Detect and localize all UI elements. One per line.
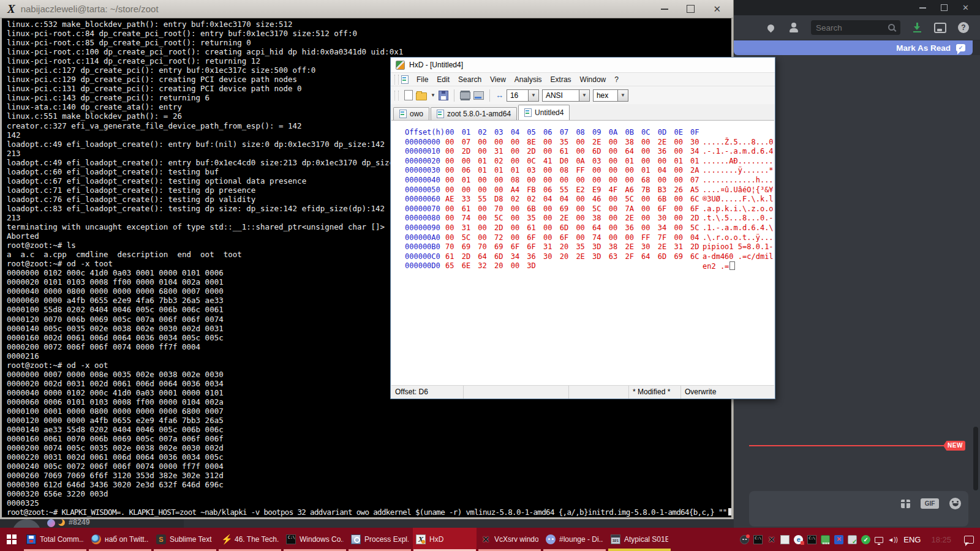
disconnected-tray-icon[interactable]: [834, 535, 843, 544]
save-icon[interactable]: [439, 91, 448, 100]
message-input[interactable]: GIF: [749, 491, 968, 527]
open-dropdown-icon[interactable]: ▼: [431, 92, 435, 98]
document-icon[interactable]: [401, 75, 409, 84]
emoji-picker-icon[interactable]: [949, 498, 961, 509]
hxd-window-title: HxD - [Untitled4]: [409, 61, 463, 69]
hex-bytes: 00 06 01 01 01 03 00 08 FF 00 00 00 01 0…: [445, 166, 703, 176]
terminal-titlebar[interactable]: X nabijaczleweli@tarta: ~/store/zoot ✕: [0, 0, 733, 18]
terminal-line: 0000200 0074 005c 0035 002e 0038 002e 00…: [7, 443, 731, 452]
chevron-down-icon[interactable]: ▼: [528, 90, 538, 101]
bytes-per-row-select[interactable]: 16 ▼: [507, 89, 539, 102]
eset-tray-icon[interactable]: [794, 535, 803, 544]
status-mode[interactable]: Overwrite: [681, 386, 774, 399]
status-panel: [569, 386, 629, 399]
hex-ascii: a-dm460 .=c/dmil: [703, 252, 774, 262]
open-file-icon[interactable]: [416, 92, 427, 100]
taskbar-button-vcxsrv-windo-[interactable]: VcXsrv windo...: [478, 528, 541, 551]
taskbar-button-hxd[interactable]: HxD: [413, 528, 477, 551]
menu-help[interactable]: ?: [610, 73, 623, 86]
terminal-line: 0000140 ae33 55d8 0202 0404 0046 005c 00…: [7, 425, 731, 434]
tab-untitled4[interactable]: Untitled4: [518, 105, 570, 120]
hxd-titlebar[interactable]: HxD - [Untitled4]: [391, 58, 775, 72]
open-disk-icon[interactable]: [473, 91, 484, 100]
help-icon[interactable]: ?: [958, 22, 969, 33]
taskbar-button--lounge-di-[interactable]: #lounge - Di...: [543, 528, 606, 551]
console-tray-icon[interactable]: [753, 535, 763, 544]
taskbar-tasks: Total Comm...наб on Twitt...Sublime Text…: [23, 528, 673, 551]
menu-extras[interactable]: Extras: [546, 73, 576, 86]
open-ram-icon[interactable]: [460, 92, 470, 99]
start-button[interactable]: [0, 528, 23, 551]
taskbar-button-process-expl-[interactable]: Process Expl...: [348, 528, 412, 551]
usb-tray-icon[interactable]: [848, 535, 857, 544]
download-icon[interactable]: [912, 23, 922, 32]
discord-minimize-icon[interactable]: [919, 7, 926, 9]
discord-tray-icon[interactable]: [740, 535, 749, 544]
action-center-icon[interactable]: [964, 536, 974, 544]
menu-window[interactable]: Window: [576, 73, 611, 86]
taskbar-button-label: Atypical S01E...: [624, 535, 668, 544]
taskbar-button--on-twitt-[interactable]: наб on Twitt...: [88, 528, 152, 551]
clock[interactable]: 18:25: [931, 535, 951, 544]
screen: ✕ ? Mark As Read ✓ NEW GIF #8249: [0, 0, 980, 551]
new-file-icon[interactable]: [404, 90, 413, 100]
hxd-hex-view[interactable]: Offset(h) 00 01 02 03 04 05 06 07 08 09 …: [391, 120, 774, 385]
document-icon: [437, 110, 444, 118]
window-tray-icon[interactable]: [780, 535, 790, 544]
tab-label: Untitled4: [535, 108, 564, 117]
tab-zoot-5-8-0-1-amd64[interactable]: zoot 5.8.0-1-amd64: [431, 107, 517, 120]
taskbar-button-label: Total Comm...: [40, 535, 84, 544]
display-tray-icon[interactable]: [875, 537, 883, 543]
chevron-down-icon[interactable]: ▼: [617, 90, 628, 101]
health-tray-icon[interactable]: [861, 535, 870, 544]
terminal-line: 0000160 0061 0070 006b 0069 005c 007a 00…: [7, 434, 731, 443]
discord-close-icon[interactable]: ✕: [962, 4, 969, 12]
terminal-maximize-icon[interactable]: [687, 5, 695, 13]
console2-tray-icon[interactable]: [807, 535, 816, 544]
search-input[interactable]: [811, 23, 888, 32]
chevron-down-icon[interactable]: ▼: [579, 90, 589, 101]
encoding-select[interactable]: ANSI ▼: [542, 89, 590, 102]
search-box[interactable]: [811, 20, 900, 35]
menu-analysis[interactable]: Analysis: [510, 73, 546, 86]
chat-scrollbar-thumb[interactable]: [973, 427, 978, 490]
view-mode-select[interactable]: hex ▼: [593, 89, 628, 102]
tab-label: zoot 5.8.0-1-amd64: [447, 110, 511, 118]
menu-search[interactable]: Search: [454, 73, 486, 86]
taskbar-button-windows-co-[interactable]: Windows Co...: [283, 528, 347, 551]
column-headers: 00 01 02 03 04 05 06 07 08 09 0A 0B 0C 0…: [445, 128, 703, 138]
mark-as-read-bar[interactable]: Mark As Read ✓: [734, 40, 973, 55]
discord-maximize-icon[interactable]: [941, 4, 948, 11]
document-icon: [399, 110, 407, 118]
taskbar-button-46-the-tech-[interactable]: 46. The Tech...: [218, 528, 282, 551]
taskbar-button-label: Windows Co...: [300, 535, 344, 544]
menu-edit[interactable]: Edit: [432, 73, 454, 86]
gift-icon[interactable]: [901, 500, 910, 508]
hxd-menubar: FileEditSearchViewAnalysisExtrasWindow?: [391, 72, 775, 86]
language-indicator[interactable]: ENG: [903, 535, 921, 544]
inbox-icon[interactable]: [934, 23, 946, 33]
toolbar-separator: [454, 89, 454, 102]
taskbar-button-sublime-text-3[interactable]: Sublime Text 3: [153, 528, 217, 551]
terminal-minimize-icon[interactable]: [661, 9, 668, 10]
hex-offset: 000000D0: [405, 261, 445, 272]
terminal-close-icon[interactable]: ✕: [713, 4, 721, 13]
hex-ascii: .1.-.a.m.d.6.4.\: [703, 223, 774, 233]
terminal-line: 0000240 005c 0072 006f 006f 0074 0000 ff…: [7, 462, 731, 471]
hex-ascii: .a.p.k.i.\.z.o.o: [703, 204, 774, 214]
pinned-messages-icon[interactable]: [766, 23, 776, 32]
network-card-tray-icon[interactable]: [821, 535, 830, 544]
volume-tray-icon[interactable]: [888, 535, 897, 544]
member-list-icon[interactable]: [788, 23, 799, 32]
vcxsrv-tray-icon[interactable]: [767, 535, 776, 544]
status-modified: * Modified *: [629, 386, 681, 399]
terminal-line: 0000220 0031 002d 0061 006d 0064 0036 00…: [7, 452, 731, 462]
menu-view[interactable]: View: [486, 73, 510, 86]
hex-row: 0000002000 00 01 02 00 0C 41 D0 0A 03 00…: [405, 157, 774, 167]
taskbar-button-atypical-s01e-[interactable]: Atypical S01E...: [608, 528, 671, 551]
tab-owo[interactable]: owo: [393, 107, 429, 120]
status-avatar[interactable]: [47, 519, 55, 527]
taskbar-button-total-comm-[interactable]: Total Comm...: [23, 528, 87, 551]
menu-file[interactable]: File: [412, 73, 432, 86]
gif-picker-button[interactable]: GIF: [921, 498, 939, 509]
